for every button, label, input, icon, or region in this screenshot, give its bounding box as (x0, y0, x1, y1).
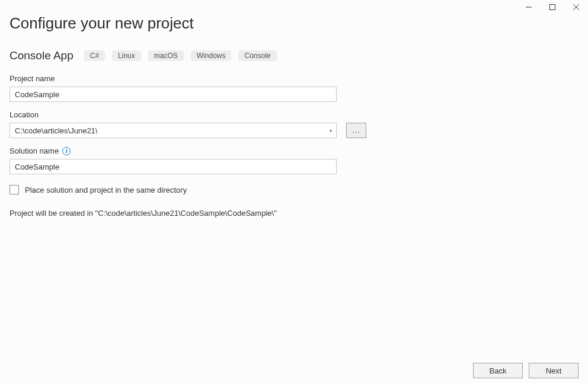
location-row: ▾ ... (9, 123, 579, 138)
main-content: Configure your new project Console App C… (0, 0, 588, 218)
creation-path-summary: Project will be created in "C:\code\arti… (9, 209, 579, 218)
location-input[interactable] (10, 125, 325, 136)
same-directory-row: Place solution and project in the same d… (9, 185, 579, 194)
minimize-button[interactable] (517, 0, 541, 14)
close-button[interactable] (564, 0, 588, 14)
same-directory-checkbox[interactable] (9, 185, 19, 194)
tag-console: Console (238, 50, 276, 61)
project-name-group: Project name (9, 74, 579, 102)
template-name: Console App (9, 49, 74, 62)
location-label: Location (9, 110, 579, 119)
solution-name-group: Solution name i (9, 146, 579, 174)
info-icon[interactable]: i (62, 147, 71, 155)
back-button[interactable]: Back (473, 363, 523, 378)
solution-name-label-row: Solution name i (9, 146, 579, 155)
project-name-input[interactable] (9, 87, 337, 102)
location-group: Location ▾ ... (9, 110, 579, 138)
solution-name-input[interactable] (9, 159, 337, 174)
window-titlebar (517, 0, 588, 14)
tag-linux: Linux (112, 50, 141, 61)
subtitle-row: Console App C# Linux macOS Windows Conso… (9, 49, 579, 62)
svg-rect-1 (550, 5, 555, 10)
next-button[interactable]: Next (529, 363, 579, 378)
location-combo[interactable]: ▾ (9, 123, 337, 138)
footer-buttons: Back Next (473, 363, 579, 378)
project-name-label: Project name (9, 74, 579, 83)
same-directory-label: Place solution and project in the same d… (25, 186, 187, 194)
dropdown-arrow-icon[interactable]: ▾ (325, 123, 336, 138)
browse-button[interactable]: ... (346, 123, 366, 138)
tag-macos: macOS (148, 50, 184, 61)
solution-name-label: Solution name (9, 146, 59, 155)
maximize-button[interactable] (541, 0, 564, 14)
tag-windows: Windows (191, 50, 232, 61)
page-title: Configure your new project (9, 14, 579, 33)
tag-csharp: C# (84, 50, 105, 61)
